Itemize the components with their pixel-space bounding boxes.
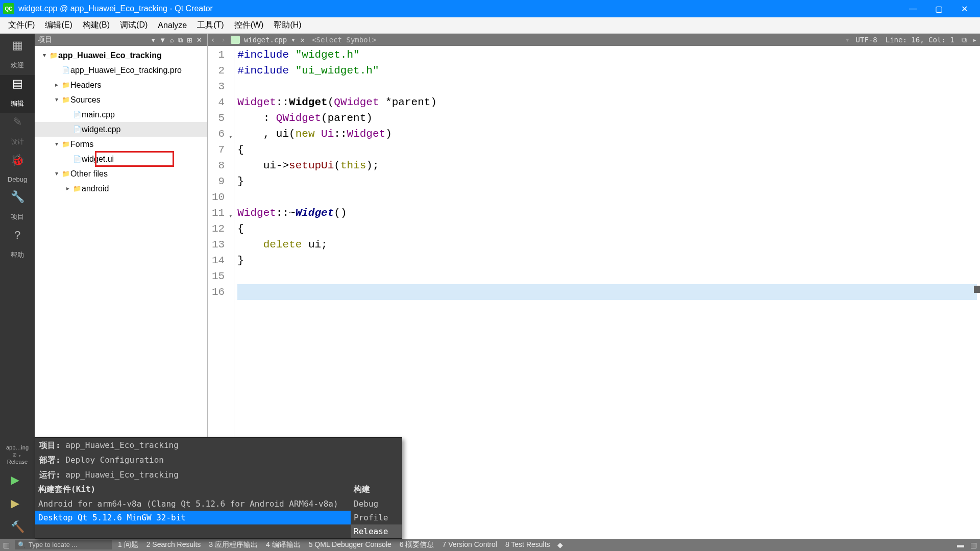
line-number[interactable]: 5 xyxy=(212,110,225,126)
build-button[interactable]: 🔨 xyxy=(11,515,24,539)
code-line[interactable]: : QWidget(parent) xyxy=(237,110,977,126)
scrollbar-marker[interactable] xyxy=(974,286,980,293)
code-line[interactable] xyxy=(237,79,977,94)
toggle-right-sidebar-button[interactable]: ▥ xyxy=(967,541,980,549)
code-line[interactable] xyxy=(237,284,977,300)
code-line[interactable]: } xyxy=(237,173,977,189)
output-tab-3[interactable]: 4 编译输出 xyxy=(262,540,305,548)
mode-debug[interactable]: 🐞Debug xyxy=(0,152,35,188)
code-line[interactable]: #include "widget.h" xyxy=(237,47,977,63)
output-more-button[interactable]: ◆ xyxy=(554,541,566,549)
cursor-position[interactable]: Line: 16, Col: 1 xyxy=(881,36,959,44)
file-name-label[interactable]: widget.cpp xyxy=(242,36,289,44)
split-menu-button[interactable]: ▸ xyxy=(970,36,980,44)
menu-item-5[interactable]: 工具(T) xyxy=(192,18,229,33)
menu-item-1[interactable]: 编辑(E) xyxy=(40,18,77,33)
project-header-icon-4[interactable]: ⊞ xyxy=(185,36,194,44)
tree-item[interactable]: ▸📁android xyxy=(35,181,207,196)
menu-item-7[interactable]: 帮助(H) xyxy=(268,18,306,33)
build-option[interactable]: Debug xyxy=(351,497,402,511)
menu-item-6[interactable]: 控件(W) xyxy=(229,18,269,33)
output-tab-5[interactable]: 6 概要信息 xyxy=(396,540,438,548)
tree-item[interactable]: 📄app_Huawei_Eco_tracking.pro xyxy=(35,63,207,78)
split-button[interactable]: ⧉ xyxy=(959,36,970,44)
kit-option[interactable]: Android for arm64-v8a (Clang Qt 5.12.6 f… xyxy=(35,497,351,511)
fold-icon[interactable]: ▾ xyxy=(229,130,233,145)
output-tab-7[interactable]: 8 Test Results xyxy=(501,540,554,548)
line-number[interactable]: 11▾ xyxy=(212,205,225,221)
output-tab-2[interactable]: 3 应用程序输出 xyxy=(205,540,262,548)
output-tab-0[interactable]: 1 问题 xyxy=(114,540,142,548)
project-header-icon-2[interactable]: ⌕ xyxy=(168,36,176,44)
code-line[interactable]: delete ui; xyxy=(237,237,977,253)
line-number[interactable]: 12 xyxy=(212,221,225,237)
project-header-icon-1[interactable]: ▼ xyxy=(157,36,168,44)
run-button[interactable]: ▶ xyxy=(11,468,24,492)
output-tab-6[interactable]: 7 Version Control xyxy=(438,540,501,548)
tree-item[interactable]: ▾📁Other files xyxy=(35,166,207,181)
expand-arrow-icon[interactable]: ▸ xyxy=(63,181,72,196)
nav-forward-button[interactable]: › xyxy=(218,36,228,44)
line-number[interactable]: 13 xyxy=(212,237,225,253)
progress-button[interactable]: ▬ xyxy=(954,541,967,549)
menu-item-4[interactable]: Analyze xyxy=(153,19,192,32)
kit-selector-popup[interactable]: 项目: app_Huawei_Eco_tracking部署: Deploy Co… xyxy=(35,437,402,539)
encoding-label[interactable]: UTF-8 xyxy=(852,36,881,44)
expand-arrow-icon[interactable]: ▾ xyxy=(52,92,61,107)
line-number[interactable]: 3 xyxy=(212,79,225,94)
fold-icon[interactable]: ▾ xyxy=(229,209,233,224)
code-line[interactable]: Widget::Widget(QWidget *parent) xyxy=(237,94,977,110)
line-number[interactable]: 2 xyxy=(212,63,225,79)
line-number[interactable]: 7 xyxy=(212,142,225,158)
file-dropdown-icon[interactable]: ▾ xyxy=(289,36,297,44)
line-number[interactable]: 16 xyxy=(212,284,225,300)
symbol-selector[interactable]: <Select Symbol> xyxy=(308,36,843,44)
line-number[interactable]: 1 xyxy=(212,47,225,63)
tree-item[interactable]: ▾📁Forms xyxy=(35,137,207,152)
menu-item-3[interactable]: 调试(D) xyxy=(115,18,153,33)
close-button[interactable]: ✕ xyxy=(951,4,977,14)
code-line[interactable] xyxy=(237,268,977,284)
build-option[interactable]: Release xyxy=(351,524,402,538)
output-tab-4[interactable]: 5 QML Debugger Console xyxy=(305,540,396,548)
line-number[interactable]: 6▾ xyxy=(212,126,225,142)
symbol-dropdown-icon[interactable]: ▾ xyxy=(843,36,851,44)
code-line[interactable] xyxy=(237,189,977,205)
kit-selector[interactable]: app…ing ⎚ ▸ Release xyxy=(5,441,30,468)
project-header-icon-3[interactable]: ⧉ xyxy=(176,36,185,44)
mode-help[interactable]: ?帮助 xyxy=(0,227,35,265)
run-debug-button[interactable]: ▶ xyxy=(11,492,24,515)
mode-edit[interactable]: ▤编辑 xyxy=(0,75,35,113)
code-line[interactable]: } xyxy=(237,253,977,268)
minimize-button[interactable]: — xyxy=(900,4,926,13)
tree-item[interactable]: 📄widget.cpp xyxy=(35,122,207,137)
mode-design[interactable]: ✎设计 xyxy=(0,113,35,152)
code-line[interactable]: { xyxy=(237,142,977,158)
output-tab-1[interactable]: 2 Search Results xyxy=(142,540,205,548)
tree-item[interactable]: ▾📁app_Huawei_Eco_tracking xyxy=(35,48,207,63)
expand-arrow-icon[interactable]: ▾ xyxy=(40,48,49,63)
line-number[interactable]: 15 xyxy=(212,268,225,284)
tree-item[interactable]: ▸📁Headers xyxy=(35,78,207,92)
project-header-icon-0[interactable]: ▾ xyxy=(150,36,157,44)
maximize-button[interactable]: ▢ xyxy=(926,4,951,14)
tree-item[interactable]: ▾📁Sources xyxy=(35,92,207,107)
mode-projects[interactable]: 🔧项目 xyxy=(0,188,35,227)
project-header-icon-5[interactable]: ✕ xyxy=(194,36,204,44)
line-number[interactable]: 10 xyxy=(212,189,225,205)
line-number[interactable]: 14 xyxy=(212,253,225,268)
code-line[interactable]: Widget::~Widget() xyxy=(237,205,977,221)
expand-arrow-icon[interactable]: ▸ xyxy=(52,78,61,92)
expand-arrow-icon[interactable]: ▾ xyxy=(52,137,61,152)
kit-option[interactable]: Desktop Qt 5.12.6 MinGW 32-bit xyxy=(35,511,351,524)
project-pane-title[interactable]: 项目 xyxy=(38,35,150,44)
mode-welcome[interactable]: ▦欢迎 xyxy=(0,37,35,75)
tree-item[interactable]: 📄widget.ui xyxy=(35,152,207,166)
toggle-sidebar-button[interactable]: ▥ xyxy=(0,541,13,549)
code-line[interactable]: ui->setupUi(this); xyxy=(237,158,977,173)
line-number[interactable]: 9 xyxy=(212,173,225,189)
close-file-button[interactable]: ✕ xyxy=(298,36,308,44)
menu-item-2[interactable]: 构建(B) xyxy=(78,18,115,33)
menu-item-0[interactable]: 文件(F) xyxy=(3,18,40,33)
code-line[interactable]: { xyxy=(237,221,977,237)
